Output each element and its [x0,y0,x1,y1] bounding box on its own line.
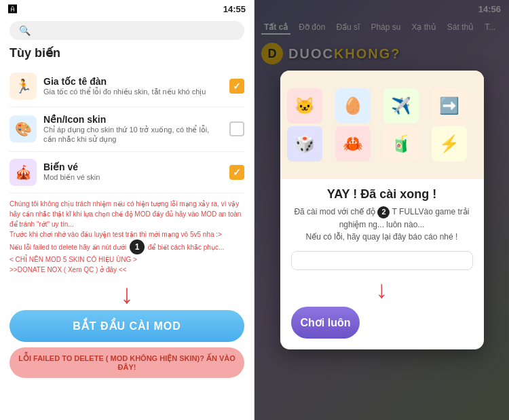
setting-item-3: 🎪 Biến vé Mod biến vé skin [10,152,244,193]
sticker-juice: 🧃 [383,126,419,161]
modal-input-area [291,251,473,270]
sticker-dice: 🎲 [287,126,322,161]
modal-overlay: 🐱 🥚 ✈️ ➡️ 🎲 🦀 🧃 ⚡ YAY ! Đã cài xong ! Đã… [254,0,509,420]
search-container: 🔍 [0,17,254,45]
setting-desc-2: Chỉ áp dụng cho skin thứ 10 trở xuống, c… [43,125,223,145]
step-badge-1: 1 [130,240,145,254]
setting-item-1: 🏃 Gia tốc tê đàn Gia tốc có thể lỗi đo n… [10,66,244,107]
play-button[interactable]: Chơi luôn [291,307,360,339]
arrow-down-modal: ↓ [280,275,484,307]
setting-name-3: Biến vé [43,161,223,172]
setting-name-2: Nền/Icon skin [43,114,223,125]
checkbox-1[interactable] [229,79,244,94]
sticker-cat: 🐱 [287,88,322,123]
android-icon: 🅰 [8,4,17,14]
settings-list: 🏃 Gia tốc tê đàn Gia tốc có thể lỗi đo n… [0,66,254,193]
status-bar-left: 🅰 14:55 [0,0,254,17]
modal-desc: Đã cài mod với chế độ 2 T FULLVào game t… [280,206,484,248]
setting-name-1: Gia tốc tê đàn [43,76,223,87]
setting-icon-3: 🎪 [10,159,37,186]
modal-image: 🐱 🥚 ✈️ ➡️ 🎲 🦀 🧃 ⚡ [280,71,484,179]
sticker-plane: ✈️ [383,88,419,123]
modal-title: YAY ! Đã cài xong ! [280,179,484,206]
setting-desc-3: Mod biến vé skin [43,172,223,182]
checkbox-3[interactable] [229,165,244,180]
right-panel: 14:56 Tất cả Đỡ đòn Đấu sĩ Pháp su Xạ th… [254,0,509,420]
setting-text-3: Biến vé Mod biến vé skin [43,161,223,182]
setting-desc-1: Gia tốc có thể lỗi đo nhiều skin, tắt nế… [43,87,223,96]
checkbox-2[interactable] [229,121,244,136]
setting-icon-1: 🏃 [10,73,37,100]
step-badge-modal-2: 2 [377,206,390,218]
arrow-down-left: ↓ [0,280,254,307]
setting-text-1: Gia tốc tê đàn Gia tốc có thể lỗi đo nhi… [43,76,223,96]
start-mod-button[interactable]: BẮT ĐẦU CÀI MOD [10,310,244,342]
warning-content: Chúng tôi không chịu trách nhiệm nếu có … [10,200,241,273]
setting-icon-2: 🎨 [10,115,37,142]
warning-text: Chúng tôi không chịu trách nhiệm nếu có … [0,193,254,280]
search-icon: 🔍 [19,25,31,36]
time-left: 14:55 [223,4,246,14]
setting-item-2: 🎨 Nền/Icon skin Chỉ áp dụng cho skin thứ… [10,107,244,152]
sticker-arrow: ➡️ [432,88,467,123]
section-title: Tùy biến [0,45,254,66]
sticker-lightning: ⚡ [432,126,467,161]
left-panel: 🅰 14:55 🔍 Tùy biến 🏃 Gia tốc tê đàn Gia … [0,0,254,420]
stickers-grid: 🐱 🥚 ✈️ ➡️ 🎲 🦀 🧃 ⚡ [280,81,484,168]
modal-box: 🐱 🥚 ✈️ ➡️ 🎲 🦀 🧃 ⚡ YAY ! Đã cài xong ! Đã… [280,71,484,349]
search-bar[interactable]: 🔍 [10,21,244,40]
sticker-crab: 🦀 [335,126,371,161]
sticker-egg: 🥚 [335,88,371,123]
error-button[interactable]: LỖI FAILED TO DELETE ( MOD KHÔNG HIỆN SK… [10,347,244,378]
setting-text-2: Nền/Icon skin Chỉ áp dụng cho skin thứ 1… [43,114,223,145]
